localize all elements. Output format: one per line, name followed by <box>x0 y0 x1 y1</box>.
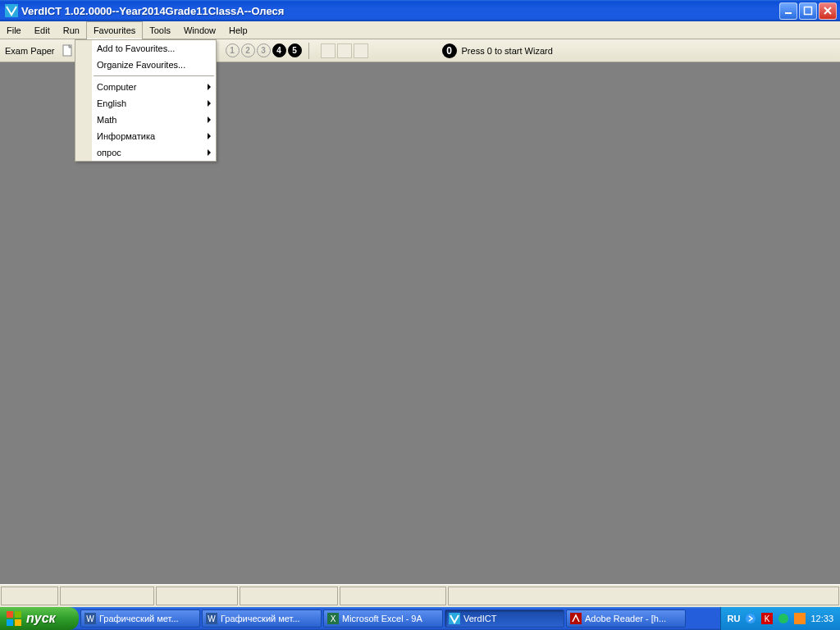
taskbar-item-verdict[interactable]: VerdICT <box>445 609 564 628</box>
menu-run[interactable]: Run <box>57 21 86 39</box>
submenu-arrow-icon <box>208 100 211 107</box>
wizard-zero-icon: 0 <box>442 43 457 58</box>
status-cell <box>60 587 154 605</box>
tray-status-icon[interactable] <box>778 613 789 624</box>
start-label: пуск <box>26 611 56 626</box>
status-cell <box>240 587 338 605</box>
start-button[interactable]: пуск <box>0 607 79 630</box>
menu-help[interactable]: Help <box>222 21 254 39</box>
submenu-arrow-icon <box>208 84 211 90</box>
system-tray: RU K 12:33 <box>720 607 840 630</box>
excel-icon: X <box>327 613 339 624</box>
verdict-icon <box>449 613 460 624</box>
tray-chevron-icon[interactable] <box>745 613 756 624</box>
status-cell <box>448 587 839 605</box>
tray-antivirus-icon[interactable]: K <box>761 613 773 624</box>
dropdown-informatika[interactable]: Информатика <box>75 128 216 144</box>
toolbar-button-c[interactable] <box>354 43 368 58</box>
word-icon: W <box>84 613 96 624</box>
adobe-reader-icon <box>570 613 582 624</box>
svg-point-16 <box>746 614 756 623</box>
svg-rect-4 <box>7 611 13 618</box>
taskbar-item-word-2[interactable]: W Графический мет... <box>202 609 322 628</box>
level-numbers: 1 2 3 4 5 <box>226 43 302 57</box>
statusbar <box>0 584 840 607</box>
exam-paper-label: Exam Paper <box>3 46 55 56</box>
toolbar-button-a[interactable] <box>321 43 336 58</box>
svg-rect-1 <box>785 12 792 14</box>
menubar: File Edit Run Favourites Tools Window He… <box>0 21 840 39</box>
svg-rect-5 <box>15 611 21 618</box>
svg-rect-6 <box>7 619 13 626</box>
level-5-button[interactable]: 5 <box>288 43 302 57</box>
level-2-button[interactable]: 2 <box>241 43 255 57</box>
level-3-button[interactable]: 3 <box>257 43 271 57</box>
dropdown-opros[interactable]: опрос <box>75 144 216 161</box>
svg-point-19 <box>778 614 788 623</box>
clock[interactable]: 12:33 <box>810 614 833 623</box>
svg-text:W: W <box>208 614 216 623</box>
app-icon <box>5 4 18 17</box>
window-title: VerdICT 1.02.0000--Year2014Grade11ClassA… <box>21 5 284 17</box>
status-cell <box>1 587 58 605</box>
svg-text:W: W <box>86 614 94 623</box>
taskbar-item-adobe[interactable]: Adobe Reader - [h... <box>566 609 686 628</box>
svg-text:K: K <box>765 614 770 623</box>
close-button[interactable] <box>819 2 837 20</box>
taskbar: пуск W Графический мет... W Графический … <box>0 607 840 630</box>
menu-tools[interactable]: Tools <box>143 21 177 39</box>
dropdown-english[interactable]: English <box>75 95 216 112</box>
menu-edit[interactable]: Edit <box>28 21 57 39</box>
windows-logo-icon <box>7 611 21 626</box>
titlebar: VerdICT 1.02.0000--Year2014Grade11ClassA… <box>0 0 840 21</box>
status-cell <box>340 587 446 605</box>
svg-rect-2 <box>805 7 812 15</box>
menu-window[interactable]: Window <box>177 21 222 39</box>
minimize-button[interactable] <box>779 2 797 20</box>
tray-app-icon[interactable] <box>794 613 806 624</box>
favourites-dropdown: Add to Favourites... Organize Favourites… <box>75 39 217 162</box>
new-document-icon[interactable] <box>62 44 75 57</box>
submenu-arrow-icon <box>208 149 211 156</box>
maximize-button[interactable] <box>799 2 817 20</box>
status-cell <box>156 587 238 605</box>
menu-favourites[interactable]: Favourites <box>86 21 143 39</box>
taskbar-item-word-1[interactable]: W Графический мет... <box>80 609 200 628</box>
dropdown-separator <box>94 75 214 76</box>
svg-rect-20 <box>794 613 806 624</box>
submenu-arrow-icon <box>208 133 211 139</box>
level-4-button[interactable]: 4 <box>272 43 286 57</box>
svg-text:X: X <box>331 614 336 623</box>
language-indicator[interactable]: RU <box>728 614 741 623</box>
level-1-button[interactable]: 1 <box>226 43 240 57</box>
svg-rect-7 <box>15 619 21 626</box>
toolbar-separator <box>308 43 309 59</box>
dropdown-add-to-favourites[interactable]: Add to Favourites... <box>75 40 216 57</box>
taskbar-item-excel[interactable]: X Microsoft Excel - 9A <box>323 609 443 628</box>
dropdown-computer[interactable]: Computer <box>75 79 216 95</box>
wizard-hint: 0 Press 0 to start Wizard <box>442 43 553 58</box>
dropdown-organize-favourites[interactable]: Organize Favourites... <box>75 57 216 73</box>
submenu-arrow-icon <box>208 116 211 123</box>
word-icon: W <box>206 613 217 624</box>
menu-file[interactable]: File <box>0 21 28 39</box>
dropdown-math[interactable]: Math <box>75 112 216 128</box>
wizard-text: Press 0 to start Wizard <box>462 46 553 56</box>
toolbar-button-b[interactable] <box>337 43 352 58</box>
